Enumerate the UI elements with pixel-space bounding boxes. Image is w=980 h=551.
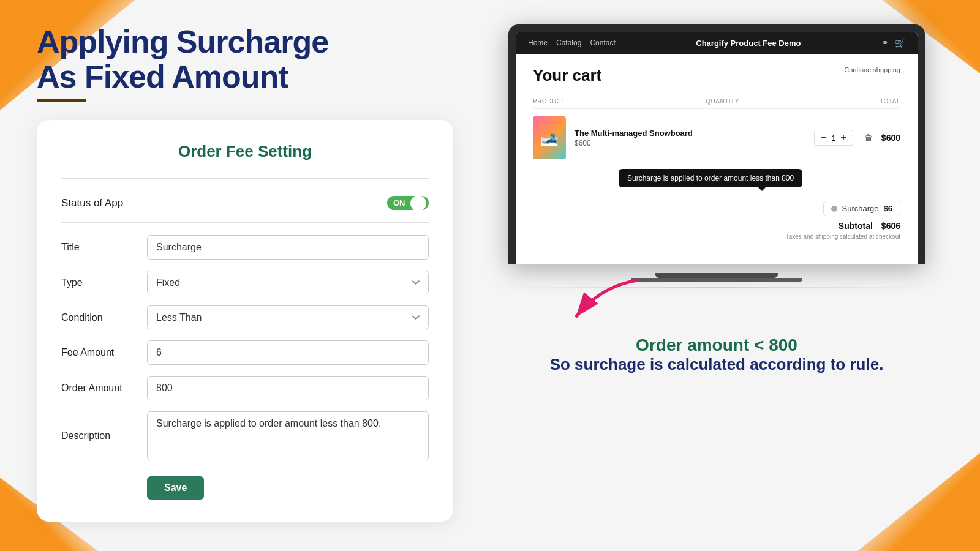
item-total: $600 bbox=[881, 133, 900, 143]
product-image: 🎿 bbox=[533, 116, 566, 159]
toggle-label: ON bbox=[393, 198, 405, 208]
quantity-control: − 1 + bbox=[814, 130, 853, 146]
page-title: Applying Surcharge As Fixed Amount bbox=[37, 24, 453, 94]
qty-decrease-btn[interactable]: − bbox=[821, 133, 826, 143]
condition-field-label: Condition bbox=[61, 312, 147, 323]
cart-area: Your cart Continue shopping PRODUCT QUAN… bbox=[516, 54, 918, 252]
qty-value: 1 bbox=[831, 133, 835, 143]
arrow-container bbox=[508, 293, 925, 329]
bottom-text: Order amount < 800 So surchage is calcul… bbox=[550, 335, 884, 374]
status-label: Status of App bbox=[61, 197, 123, 209]
browser-navbar: Home Catalog Contact Chargify Product Fe… bbox=[516, 32, 918, 54]
save-button[interactable]: Save bbox=[147, 476, 204, 500]
cart-title: Your cart bbox=[533, 66, 601, 85]
description-label: Description bbox=[61, 430, 147, 441]
qty-increase-btn[interactable]: + bbox=[841, 133, 846, 143]
cart-item-row: 🎿 The Multi-managed Snowboard $600 − 1 +… bbox=[533, 116, 900, 159]
nav-brand: Chargify Product Fee Demo bbox=[696, 39, 801, 48]
laptop-foot bbox=[631, 278, 802, 282]
title-field-label: Title bbox=[61, 242, 147, 253]
condition-select[interactable]: Less Than Greater Than Equal To bbox=[147, 305, 429, 329]
product-unit-price: $600 bbox=[575, 139, 805, 148]
right-panel: Home Catalog Contact Chargify Product Fe… bbox=[490, 24, 943, 374]
title-line1: Applying Surcharge bbox=[37, 24, 328, 59]
condition-field-row: Condition Less Than Greater Than Equal T… bbox=[61, 305, 429, 329]
form-card-title: Order Fee Setting bbox=[61, 142, 429, 161]
type-select[interactable]: Fixed Percentage bbox=[147, 271, 429, 294]
type-field-label: Type bbox=[61, 277, 147, 288]
curved-arrow-svg bbox=[539, 274, 649, 323]
laptop-screen: Home Catalog Contact Chargify Product Fe… bbox=[516, 32, 918, 264]
order-amount-input[interactable] bbox=[147, 376, 429, 400]
laptop-frame: Home Catalog Contact Chargify Product Fe… bbox=[508, 24, 925, 264]
title-underline bbox=[37, 99, 86, 102]
status-row: Status of App ON bbox=[61, 196, 429, 223]
delete-item-btn[interactable]: 🗑 bbox=[864, 133, 873, 143]
order-amount-label: Order Amount bbox=[61, 383, 147, 394]
title-field-row: Title bbox=[61, 235, 429, 260]
tax-note: Taxes and shipping calculated at checkou… bbox=[533, 233, 900, 240]
cart-icon[interactable]: 🛒 bbox=[895, 38, 905, 48]
subtotal-row: Subtotal $606 bbox=[533, 221, 900, 231]
surcharge-tooltip: Surcharge is applied to order amount les… bbox=[619, 169, 802, 187]
nav-catalog[interactable]: Catalog bbox=[556, 39, 581, 47]
nav-icons: ⚭ 🛒 bbox=[881, 38, 905, 48]
type-field-row: Type Fixed Percentage bbox=[61, 271, 429, 294]
continue-shopping-link[interactable]: Continue shopping bbox=[844, 66, 900, 73]
col-product: PRODUCT bbox=[533, 98, 565, 105]
description-field-row: Description Surcharge is applied to orde… bbox=[61, 411, 429, 460]
description-textarea[interactable]: Surcharge is applied to order amount les… bbox=[147, 411, 429, 460]
col-total: TOTAL bbox=[880, 98, 900, 105]
bottom-line2: So surchage is calculated according to r… bbox=[550, 355, 884, 374]
nav-links: Home Catalog Contact bbox=[528, 39, 616, 47]
surcharge-dot bbox=[831, 206, 837, 212]
order-amount-field-row: Order Amount bbox=[61, 376, 429, 400]
product-info: The Multi-managed Snowboard $600 bbox=[575, 129, 805, 148]
subtotal-amount: $606 bbox=[881, 221, 900, 231]
nav-home[interactable]: Home bbox=[528, 39, 548, 47]
title-input[interactable] bbox=[147, 235, 429, 260]
cart-col-headers: PRODUCT QUANTITY TOTAL bbox=[533, 94, 900, 109]
surcharge-line: Surcharge $6 bbox=[823, 201, 900, 216]
cart-header-row: Your cart Continue shopping bbox=[533, 66, 900, 85]
form-card: Order Fee Setting Status of App ON Title… bbox=[37, 120, 453, 522]
left-panel: Applying Surcharge As Fixed Amount Order… bbox=[37, 24, 453, 522]
fee-amount-field-row: Fee Amount bbox=[61, 340, 429, 365]
form-divider bbox=[61, 178, 429, 179]
toggle-knob bbox=[410, 195, 426, 211]
nav-contact[interactable]: Contact bbox=[590, 39, 615, 47]
title-line2: As Fixed Amount bbox=[37, 59, 288, 94]
product-name: The Multi-managed Snowboard bbox=[575, 129, 805, 138]
col-quantity: QUANTITY bbox=[706, 98, 739, 105]
fee-amount-label: Fee Amount bbox=[61, 347, 147, 358]
surcharge-amount: $6 bbox=[884, 204, 892, 213]
laptop-stand bbox=[655, 273, 778, 278]
subtotal-label: Subtotal bbox=[839, 221, 873, 231]
search-icon[interactable]: ⚭ bbox=[881, 38, 889, 48]
surcharge-label: Surcharge bbox=[842, 204, 879, 213]
bottom-line1: Order amount < 800 bbox=[550, 335, 884, 355]
toggle-switch[interactable]: ON bbox=[387, 196, 429, 210]
fee-amount-input[interactable] bbox=[147, 340, 429, 365]
